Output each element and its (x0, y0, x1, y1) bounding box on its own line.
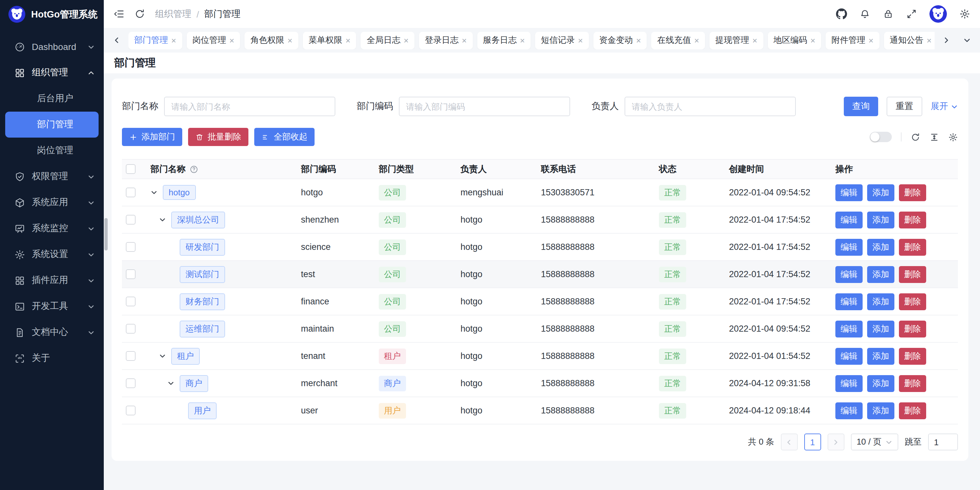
tab-close-icon[interactable]: × (462, 35, 467, 45)
department-name-badge[interactable]: 用户 (188, 402, 216, 419)
tab-close-icon[interactable]: × (229, 35, 234, 45)
department-name-badge[interactable]: 财务部门 (180, 293, 225, 310)
tab-close-icon[interactable]: × (346, 35, 350, 45)
sidebar-item-0[interactable]: Dashboard (0, 34, 104, 60)
row-checkbox[interactable] (126, 297, 135, 306)
tab[interactable]: 部门管理× (129, 32, 182, 49)
department-name-badge[interactable]: 深圳总公司 (171, 211, 225, 228)
tab-close-icon[interactable]: × (810, 35, 815, 45)
sidebar-item-5[interactable]: 系统设置 (0, 241, 104, 267)
tab-close-icon[interactable]: × (752, 35, 757, 45)
sidebar-item-1[interactable]: 组织管理 (0, 60, 104, 86)
row-checkbox[interactable] (126, 405, 135, 415)
edit-button[interactable]: 编辑 (835, 348, 862, 364)
add-button[interactable]: 添加 (867, 184, 894, 201)
row-checkbox[interactable] (126, 188, 135, 197)
delete-button[interactable]: 删除 (899, 293, 926, 310)
tabs-menu-dropdown-icon[interactable] (961, 32, 974, 49)
fullscreen-icon[interactable] (906, 8, 917, 19)
reload-table-icon[interactable] (911, 132, 920, 142)
department-name-badge[interactable]: 商户 (180, 375, 208, 392)
github-icon[interactable] (836, 8, 847, 19)
delete-button[interactable]: 删除 (899, 375, 926, 392)
row-checkbox[interactable] (126, 269, 135, 279)
dept-code-input[interactable] (399, 97, 570, 116)
logo[interactable]: HotGo管理系统 (0, 0, 104, 29)
tab[interactable]: 全局日志× (361, 32, 414, 49)
row-checkbox[interactable] (126, 351, 135, 361)
delete-button[interactable]: 删除 (899, 211, 926, 228)
row-checkbox[interactable] (126, 324, 135, 334)
tab-close-icon[interactable]: × (404, 35, 409, 45)
reset-button[interactable]: 重置 (887, 97, 922, 116)
tabs-scroll-left-icon[interactable] (110, 32, 123, 49)
help-circle-icon[interactable] (189, 164, 199, 174)
tab[interactable]: 地区编码× (768, 32, 821, 49)
refresh-page-icon[interactable] (134, 8, 145, 19)
page-number-button[interactable]: 1 (804, 434, 821, 450)
add-button[interactable]: 添加 (867, 211, 894, 228)
sidebar-item-7[interactable]: 开发工具 (0, 293, 104, 319)
sidebar-item-8[interactable]: 文档中心 (0, 319, 104, 345)
tab[interactable]: 附件管理× (826, 32, 879, 49)
department-name-badge[interactable]: 运维部门 (180, 320, 225, 337)
tab-close-icon[interactable]: × (520, 35, 525, 45)
tab-close-icon[interactable]: × (578, 35, 583, 45)
page-size-select[interactable]: 10 / 页 (851, 434, 898, 450)
expand-filters-link[interactable]: 展开 (931, 101, 958, 112)
delete-button[interactable]: 删除 (899, 402, 926, 419)
user-avatar[interactable] (929, 5, 947, 23)
search-button[interactable]: 查询 (844, 97, 878, 116)
edit-button[interactable]: 编辑 (835, 293, 862, 310)
leader-input[interactable] (625, 97, 796, 116)
add-button[interactable]: 添加 (867, 348, 894, 364)
department-name-badge[interactable]: 租户 (171, 348, 200, 364)
edit-button[interactable]: 编辑 (835, 238, 862, 255)
row-checkbox[interactable] (126, 242, 135, 252)
sidebar-item-2[interactable]: 权限管理 (0, 164, 104, 190)
tree-toggle-switch[interactable] (870, 132, 892, 142)
sidebar-item-3[interactable]: 系统应用 (0, 190, 104, 215)
batch-delete-button[interactable]: 批量删除 (188, 128, 248, 146)
edit-button[interactable]: 编辑 (835, 402, 862, 419)
tab[interactable]: 通知公告× (884, 32, 935, 49)
lock-screen-icon[interactable] (883, 8, 894, 19)
tab[interactable]: 菜单权限× (303, 32, 356, 49)
row-height-icon[interactable] (929, 132, 939, 142)
tab-close-icon[interactable]: × (171, 35, 176, 45)
add-button[interactable]: 添加 (867, 293, 894, 310)
tabs-scroll-right-icon[interactable] (940, 32, 953, 49)
edit-button[interactable]: 编辑 (835, 211, 862, 228)
sidebar-subitem[interactable]: 后台用户 (0, 86, 104, 112)
department-name-badge[interactable]: hotgo (163, 185, 196, 200)
tab[interactable]: 岗位管理× (186, 32, 240, 49)
sidebar-subitem[interactable]: 岗位管理 (0, 137, 104, 164)
expand-row-chevron-icon[interactable] (167, 379, 177, 388)
collapse-all-button[interactable]: 全部收起 (254, 128, 315, 146)
add-department-button[interactable]: 添加部门 (122, 128, 182, 146)
tab-close-icon[interactable]: × (287, 35, 292, 45)
tab-close-icon[interactable]: × (636, 35, 641, 45)
tab[interactable]: 提现管理× (710, 32, 763, 49)
dept-name-input[interactable] (164, 97, 335, 116)
expand-row-chevron-icon[interactable] (159, 351, 168, 361)
settings-gear-icon[interactable] (959, 8, 970, 19)
add-button[interactable]: 添加 (867, 375, 894, 392)
sidebar-subitem[interactable]: 部门管理 (5, 112, 99, 137)
sidebar-item-4[interactable]: 系统监控 (0, 215, 104, 241)
tab[interactable]: 角色权限× (245, 32, 298, 49)
add-button[interactable]: 添加 (867, 402, 894, 419)
jump-to-page-input[interactable] (928, 434, 958, 450)
sidebar-item-6[interactable]: 插件应用 (0, 267, 104, 293)
row-checkbox[interactable] (126, 378, 135, 388)
delete-button[interactable]: 删除 (899, 348, 926, 364)
department-name-badge[interactable]: 研发部门 (180, 238, 225, 255)
column-settings-gear-icon[interactable] (948, 132, 958, 142)
sidebar-item-9[interactable]: 关于 (0, 345, 104, 371)
expand-row-chevron-icon[interactable] (151, 188, 159, 197)
notification-bell-icon[interactable] (859, 8, 870, 19)
tab[interactable]: 登录日志× (419, 32, 473, 49)
add-button[interactable]: 添加 (867, 266, 894, 283)
next-page-button[interactable] (827, 434, 844, 450)
edit-button[interactable]: 编辑 (835, 184, 862, 201)
